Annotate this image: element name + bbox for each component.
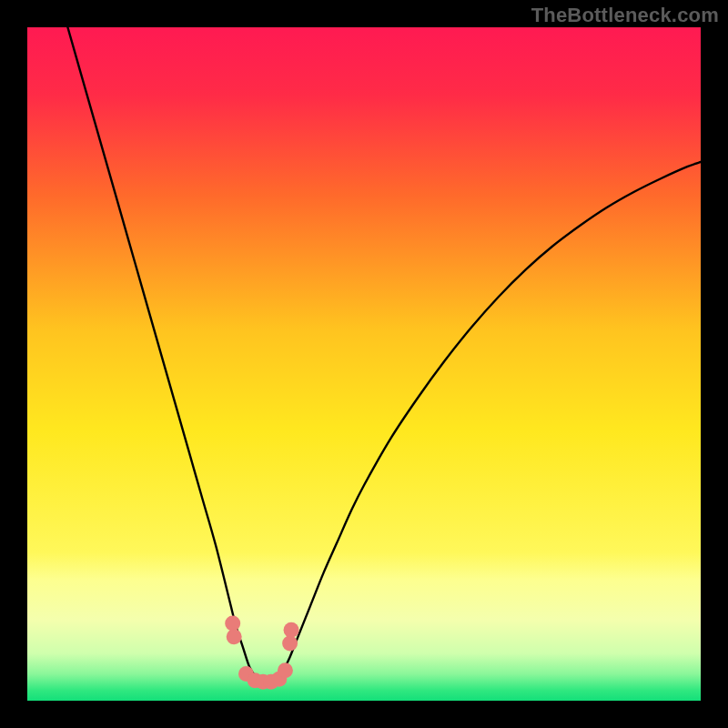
curve-layer	[27, 27, 701, 701]
outer-frame: TheBottleneck.com	[0, 0, 728, 728]
watermark-text: TheBottleneck.com	[531, 4, 719, 27]
trough-marker	[284, 622, 299, 638]
trough-markers	[225, 615, 298, 689]
trough-marker	[227, 629, 242, 644]
trough-marker	[282, 636, 298, 652]
trough-marker	[278, 662, 293, 678]
plot-area	[27, 27, 701, 701]
bottleneck-curve	[67, 27, 701, 681]
trough-marker	[225, 615, 240, 631]
